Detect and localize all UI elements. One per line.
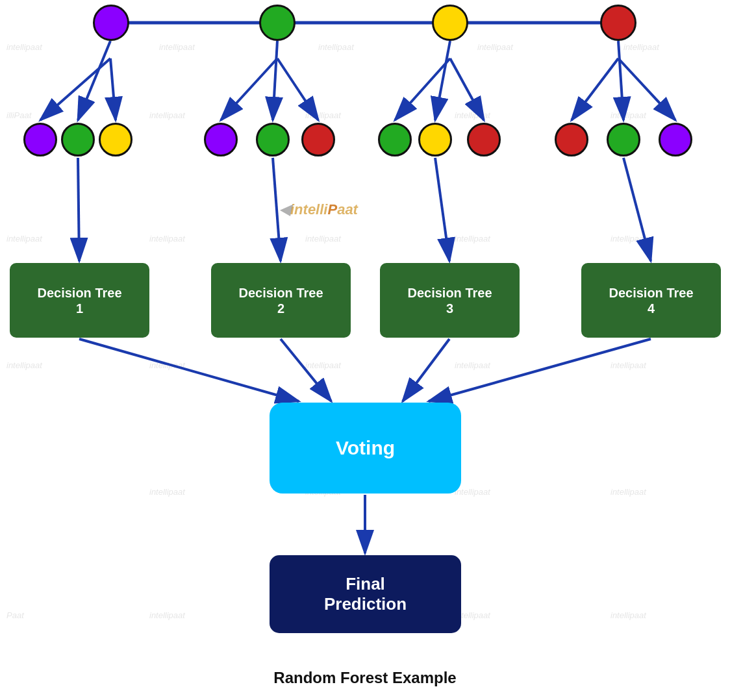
svg-line-6 bbox=[221, 58, 277, 120]
watermark: intellipaat bbox=[6, 42, 42, 52]
svg-line-14 bbox=[78, 158, 79, 261]
circle-l2-red-4 bbox=[555, 123, 588, 156]
watermark: intellipaat bbox=[305, 360, 341, 370]
svg-line-7 bbox=[277, 58, 318, 120]
watermark: intellipaat bbox=[610, 360, 646, 370]
watermark: intellipaat bbox=[159, 42, 195, 52]
watermark: intellipaat bbox=[610, 610, 646, 620]
circle-l2-purple-1 bbox=[23, 123, 57, 156]
watermark: intellipaat bbox=[149, 610, 185, 620]
dt4-number: 4 bbox=[648, 301, 655, 316]
watermark: intellipaat bbox=[305, 110, 341, 120]
voting-box: Voting bbox=[270, 403, 461, 494]
watermark: Paat bbox=[6, 610, 24, 620]
circle-yellow-1 bbox=[432, 5, 468, 41]
watermark: intellipaat bbox=[623, 42, 659, 52]
circle-l2-purple-4 bbox=[659, 123, 692, 156]
watermark: illiPaat bbox=[6, 110, 31, 120]
circle-red-1 bbox=[600, 5, 636, 41]
watermark: intellipaat bbox=[610, 234, 646, 244]
watermark: intellipaat bbox=[6, 234, 42, 244]
dt-box-4: Decision Tree 4 bbox=[581, 263, 721, 338]
circle-l2-green-1 bbox=[61, 123, 95, 156]
watermark: intellipaat bbox=[455, 234, 490, 244]
circle-purple-1 bbox=[93, 5, 129, 41]
dt-box-1: Decision Tree 1 bbox=[10, 263, 149, 338]
watermark: intellipaat bbox=[149, 110, 185, 120]
watermark: intellipaat bbox=[305, 234, 341, 244]
dt1-label: Decision Tree bbox=[37, 285, 121, 301]
dt3-number: 3 bbox=[446, 301, 453, 316]
dt3-label: Decision Tree bbox=[407, 285, 492, 301]
dt2-number: 2 bbox=[277, 301, 284, 316]
circle-l2-red-3 bbox=[467, 123, 501, 156]
circle-l2-green-2 bbox=[256, 123, 290, 156]
svg-line-19 bbox=[281, 339, 331, 401]
circle-l2-yellow-3 bbox=[418, 123, 452, 156]
circle-l2-green-4 bbox=[607, 123, 640, 156]
svg-line-18 bbox=[79, 339, 299, 401]
watermark: intellipaat bbox=[477, 42, 513, 52]
svg-line-21 bbox=[429, 339, 651, 401]
final-label: FinalPrediction bbox=[324, 574, 407, 614]
dt1-number: 1 bbox=[76, 301, 83, 316]
svg-line-20 bbox=[403, 339, 449, 401]
svg-line-4 bbox=[110, 58, 116, 120]
dt4-label: Decision Tree bbox=[609, 285, 693, 301]
svg-line-10 bbox=[450, 58, 484, 120]
svg-line-11 bbox=[618, 41, 623, 120]
watermark: intellipaat bbox=[149, 487, 185, 497]
watermark: intellipaat bbox=[149, 360, 185, 370]
svg-line-12 bbox=[572, 58, 618, 120]
svg-line-2 bbox=[78, 41, 110, 120]
watermark: intellipaat bbox=[455, 487, 490, 497]
circle-l2-green-3 bbox=[378, 123, 412, 156]
watermark: intellipaat bbox=[6, 360, 42, 370]
watermark: intellipaat bbox=[610, 487, 646, 497]
diagram-container: intellipaat intellipaat intellipaat inte… bbox=[0, 0, 730, 700]
circle-l2-purple-2 bbox=[204, 123, 238, 156]
svg-line-8 bbox=[435, 41, 450, 120]
svg-line-16 bbox=[435, 158, 449, 261]
bottom-label: Random Forest Example bbox=[273, 669, 456, 687]
dt2-label: Decision Tree bbox=[238, 285, 323, 301]
svg-line-13 bbox=[618, 58, 675, 120]
watermark: intellipaat bbox=[318, 42, 354, 52]
watermark: intellipaat bbox=[149, 234, 185, 244]
final-prediction-box: FinalPrediction bbox=[270, 555, 461, 633]
svg-line-3 bbox=[40, 58, 110, 120]
voting-label: Voting bbox=[336, 437, 395, 459]
center-logo: ◀intelliPaat bbox=[279, 201, 358, 218]
svg-line-9 bbox=[395, 58, 450, 120]
circle-green-1 bbox=[259, 5, 296, 41]
watermark: intellipaat bbox=[455, 110, 490, 120]
circle-l2-red-2 bbox=[301, 123, 335, 156]
watermark: intellipaat bbox=[455, 360, 490, 370]
watermark: intellipaat bbox=[610, 110, 646, 120]
svg-line-15 bbox=[273, 158, 281, 261]
circle-l2-yellow-1 bbox=[99, 123, 132, 156]
dt-box-2: Decision Tree 2 bbox=[211, 263, 351, 338]
dt-box-3: Decision Tree 3 bbox=[380, 263, 520, 338]
svg-line-17 bbox=[623, 158, 651, 261]
svg-line-5 bbox=[273, 41, 277, 120]
